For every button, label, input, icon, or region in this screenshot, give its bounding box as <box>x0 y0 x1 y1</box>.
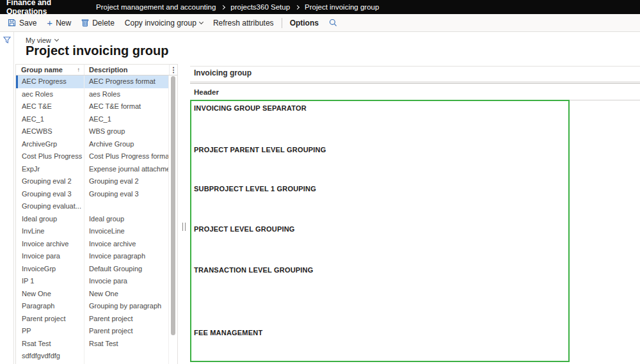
list-cell-description: Expense journal attachme... <box>84 163 169 176</box>
page-title: Project invoicing group <box>26 44 168 58</box>
tab-header-section[interactable]: Header <box>194 88 219 96</box>
chevron-right-icon <box>221 4 225 9</box>
new-button[interactable]: + New <box>42 14 76 31</box>
table-row[interactable]: New OneNew One <box>16 288 169 301</box>
copy-invoicing-group-label: Copy invoicing group <box>125 19 196 28</box>
list-cell-group-name: aec Roles <box>16 88 84 101</box>
list-cell-group-name: AEC T&E <box>16 100 84 113</box>
list-cell-description: Grouping by paragraph <box>84 300 169 313</box>
options-button[interactable]: Options <box>285 14 324 31</box>
list-cell-description: Default Grouping <box>84 263 169 276</box>
main-pane-top-border <box>190 66 640 67</box>
filter-icon[interactable] <box>3 32 11 46</box>
breadcrumb-item-module[interactable]: Project management and accounting <box>96 3 216 11</box>
new-label: New <box>56 19 71 28</box>
search-icon <box>329 19 337 27</box>
filter-rail <box>0 32 14 364</box>
list-cell-group-name: AEC_1 <box>16 113 84 126</box>
section-title: SUBPROJECT LEVEL 1 GROUPING <box>194 185 568 193</box>
list-cell-description: InvoiceLine <box>84 225 169 238</box>
table-row[interactable]: AEC ProgressAEC Progress format <box>16 75 169 88</box>
delete-button[interactable]: Delete <box>76 14 120 31</box>
breadcrumb-item-page[interactable]: Project invoicing group <box>305 3 379 11</box>
save-label: Save <box>19 19 36 28</box>
list-cell-group-name: Cost Plus Progress <box>16 150 84 163</box>
chevron-down-icon <box>199 19 204 24</box>
table-row[interactable]: InvLineInvoiceLine <box>16 225 169 238</box>
form-section-invoicing-group-separator: INVOICING GROUP SEPARATOR <box>194 104 568 112</box>
table-row[interactable]: ArchiveGrpArchive Group <box>16 138 169 151</box>
table-row[interactable]: sdfdfgvdfdfg <box>16 350 169 363</box>
list-cell-description: WBS group <box>84 125 169 138</box>
list-cell-group-name: sdfdfgvdfdfg <box>16 350 84 363</box>
list-cell-group-name: ExpJr <box>16 163 84 176</box>
top-app-bar: Finance and Operations Project managemen… <box>0 0 640 14</box>
column-header-description[interactable]: Description <box>84 65 170 75</box>
list-cell-description: New One <box>84 288 169 301</box>
list-cell-group-name: PP <box>16 325 84 338</box>
list-cell-description: Parent project <box>84 313 169 326</box>
table-row[interactable]: Grouping eval 2Grouping eval 2 <box>16 175 169 188</box>
table-row[interactable]: Cost Plus ProgressCost Plus Progress for… <box>16 150 169 163</box>
table-row[interactable]: Invoice archiveInvoice archive <box>16 238 169 251</box>
list-cell-group-name: Paragraph <box>16 300 84 313</box>
plus-icon: + <box>47 19 52 27</box>
list-cell-description: Ideal group <box>84 213 169 226</box>
invoicing-group-list: Group name ↑ Description ⋮ AEC ProgressA… <box>15 64 178 364</box>
list-cell-group-name: IP 1 <box>16 275 84 288</box>
list-cell-description: Grouping eval 3 <box>84 188 169 201</box>
refresh-attributes-label: Refresh attributes <box>213 19 274 28</box>
section-title: INVOICING GROUP SEPARATOR <box>194 104 568 112</box>
list-scrollbar-thumb[interactable] <box>171 76 175 335</box>
list-cell-description: Archive Group <box>84 138 169 151</box>
sort-ascending-icon: ↑ <box>77 67 81 73</box>
group-name-header-label: Group name <box>21 66 63 74</box>
panel-splitter-handle[interactable] <box>182 223 186 231</box>
section-title: TRANSACTION LEVEL GROUPING <box>194 266 568 274</box>
list-cell-description: Invoice paragraph <box>84 250 169 263</box>
header-section-focus-outline: INVOICING GROUP SEPARATORPROJECT PARENT … <box>190 100 570 362</box>
table-row[interactable]: AEC_1AEC_1 <box>16 113 169 126</box>
tab-invoicing-group[interactable]: Invoicing group <box>194 68 252 77</box>
list-cell-group-name: Invoice archive <box>16 238 84 251</box>
table-row[interactable]: Ideal groupIdeal group <box>16 213 169 226</box>
copy-invoicing-group-button[interactable]: Copy invoicing group <box>120 14 208 31</box>
grid-options-icon[interactable]: ⋮ <box>170 66 177 74</box>
list-cell-description: Invocie para <box>84 275 169 288</box>
search-button[interactable] <box>324 14 342 31</box>
list-cell-group-name: Grouping evaluat... <box>16 200 84 213</box>
list-cell-group-name: InvLine <box>16 225 84 238</box>
section-title: PROJECT PARENT LEVEL GROUPING <box>194 146 568 154</box>
table-row[interactable]: ParagraphGrouping by paragraph <box>16 300 169 313</box>
table-row[interactable]: aec Rolesaes Roles <box>16 88 169 101</box>
list-cell-description: AEC Progress format <box>84 75 169 88</box>
list-cell-group-name: Parent project <box>16 313 84 326</box>
save-icon <box>8 19 16 27</box>
tab-underline <box>190 81 640 82</box>
list-cell-group-name: Invoice para <box>16 250 84 263</box>
table-row[interactable]: ExpJrExpense journal attachme... <box>16 163 169 176</box>
table-row[interactable]: AEC T&EAEC T&E format <box>16 100 169 113</box>
table-row[interactable]: Grouping eval 3Grouping eval 3 <box>16 188 169 201</box>
save-button[interactable]: Save <box>3 14 42 31</box>
table-row[interactable]: PPParent project <box>16 325 169 338</box>
form-section-fee-management: FEE MANAGEMENT <box>194 329 568 336</box>
list-cell-description: Cost Plus Progress format <box>84 150 169 163</box>
toolbar-divider <box>282 18 282 28</box>
table-row[interactable]: Grouping evaluat... <box>16 200 169 213</box>
action-toolbar: Save + New Delete Copy invoicing group R… <box>0 14 640 32</box>
refresh-attributes-button[interactable]: Refresh attributes <box>208 14 279 31</box>
table-row[interactable]: Parent projectParent project <box>16 313 169 326</box>
list-cell-group-name: New One <box>16 288 84 301</box>
table-row[interactable]: Rsat TestRsat Test <box>16 338 169 351</box>
table-row[interactable]: IP 1Invocie para <box>16 275 169 288</box>
list-cell-group-name: Ideal group <box>16 213 84 226</box>
chevron-down-icon <box>54 37 59 42</box>
list-cell-description: Parent project <box>84 325 169 338</box>
column-header-group-name[interactable]: Group name ↑ <box>16 65 84 75</box>
breadcrumb-item-setup[interactable]: projects360 Setup <box>230 3 290 11</box>
table-row[interactable]: AECWBSWBS group <box>16 125 169 138</box>
table-row[interactable]: Invoice paraInvoice paragraph <box>16 250 169 263</box>
form-section-project-level-grouping: PROJECT LEVEL GROUPING <box>194 225 568 233</box>
table-row[interactable]: InvoiceGrpDefault Grouping <box>16 263 169 276</box>
